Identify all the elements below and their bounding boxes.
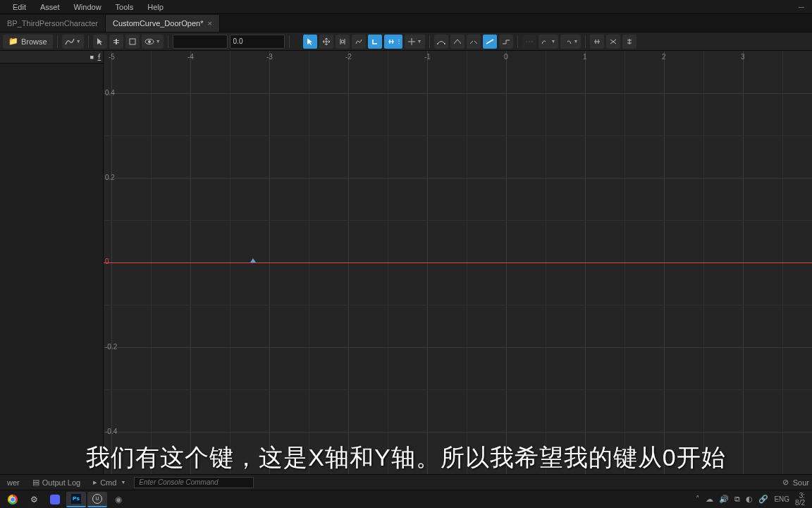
- taskbar-discord[interactable]: [45, 492, 65, 507]
- selection-tool[interactable]: [93, 35, 107, 49]
- svg-point-8: [444, 43, 445, 44]
- browse-label: Browse: [21, 37, 47, 46]
- taskbar-app1[interactable]: ⚙: [24, 492, 44, 507]
- svg-point-5: [148, 40, 151, 43]
- svg-rect-2: [116, 39, 117, 44]
- taskbar-photoshop[interactable]: Ps: [66, 492, 86, 507]
- filter-icon[interactable]: f̲: [98, 54, 100, 61]
- console-command-input[interactable]: [134, 477, 254, 488]
- time-align-button[interactable]: [336, 35, 350, 49]
- interp-linear-button[interactable]: [483, 35, 497, 49]
- menu-tools[interactable]: Tools: [109, 3, 141, 11]
- menu-edit[interactable]: Edit: [6, 3, 33, 11]
- interp-cubic-user-button[interactable]: [450, 35, 465, 49]
- frame-button[interactable]: [125, 35, 140, 49]
- tab-label: CustomCurve_DoorOpen*: [113, 19, 203, 28]
- snap-time-button[interactable]: [368, 35, 382, 49]
- curve-editor-toolbar: 📁 Browse ▼ ▼ ⋮ ▼: [0, 32, 812, 51]
- taskbar-unreal[interactable]: U: [87, 492, 107, 507]
- x-tick-m4: -4: [187, 53, 194, 61]
- chevron-down-icon: ▼: [121, 480, 125, 485]
- window-minimize[interactable]: ─: [791, 0, 812, 14]
- snap-value-button[interactable]: ⋮: [384, 35, 402, 49]
- interp-cubic-auto-button[interactable]: [434, 35, 448, 49]
- x-tick-m3: -3: [266, 53, 273, 61]
- tab-bp-character[interactable]: BP_ThirdPersonCharacter: [0, 15, 106, 32]
- photoshop-icon: Ps: [71, 494, 81, 504]
- straighten-button[interactable]: [606, 35, 620, 49]
- curve-list-header: ■ f̲: [0, 51, 103, 64]
- transform-mode-button[interactable]: [319, 35, 333, 49]
- curve-key[interactable]: [250, 258, 256, 262]
- value-input[interactable]: [230, 35, 285, 49]
- pin-icon[interactable]: ■: [90, 54, 94, 61]
- menu-asset[interactable]: Asset: [33, 3, 67, 11]
- main-content: ■ f̲ -5 -4 -3 -2 -1 0 1 2 3 0.4: [0, 51, 812, 474]
- tab-custom-curve[interactable]: CustomCurve_DoorOpen* ×: [106, 15, 220, 32]
- output-log-tab[interactable]: ▤ Output Log: [28, 478, 85, 487]
- windows-taskbar: ⚙ Ps U ◉ ˄ ☁ 🔊 ⧉ ◐ 🔗 ENG 3: 8/2: [0, 490, 812, 508]
- obs-icon: ◉: [115, 495, 122, 504]
- tray-date[interactable]: 8/2: [795, 500, 805, 507]
- y-tick-p02: 0.2: [105, 174, 115, 181]
- warning-icon[interactable]: ⊘: [782, 478, 789, 487]
- flatten-button[interactable]: [590, 35, 604, 49]
- x-tick-1: 1: [583, 53, 587, 61]
- tray-link-icon[interactable]: 🔗: [758, 495, 768, 504]
- discord-icon: [50, 495, 60, 504]
- chrome-icon: [8, 495, 18, 504]
- chevron-down-icon: ▼: [76, 39, 81, 44]
- menu-bar: Edit Asset Window Tools Help ─: [0, 0, 812, 14]
- folder-icon: 📁: [8, 37, 18, 46]
- browse-button[interactable]: 📁 Browse: [3, 35, 53, 49]
- menu-window[interactable]: Window: [66, 3, 108, 11]
- y-tick-m02: -0.2: [105, 343, 117, 351]
- snap-grid-dropdown[interactable]: ▼: [405, 35, 425, 49]
- curve-line[interactable]: [104, 262, 812, 263]
- x-tick-m5: -5: [109, 53, 115, 61]
- tab-bar: BP_ThirdPersonCharacter CustomCurve_Door…: [0, 14, 812, 32]
- tray-cloud-icon[interactable]: ☁: [706, 495, 713, 504]
- cmd-dropdown[interactable]: ▸ Cmd ▼: [89, 478, 130, 487]
- menu-help[interactable]: Help: [140, 3, 171, 11]
- y-zero-label: 0: [105, 258, 109, 265]
- tray-language[interactable]: ENG: [774, 495, 789, 503]
- x-tick-2: 2: [662, 53, 666, 61]
- svg-point-6: [341, 40, 344, 43]
- x-tick-0: 0: [504, 53, 508, 61]
- tray-nvidia-icon[interactable]: ◐: [746, 495, 753, 504]
- chevron-down-icon: ▼: [156, 39, 161, 44]
- x-tick-m2: -2: [345, 53, 352, 61]
- pre-infinity-dropdown[interactable]: ▼: [539, 35, 559, 49]
- status-bar: wer ▤ Output Log ▸ Cmd ▼ ⊘ Sour: [0, 474, 812, 490]
- gear-icon: ⚙: [30, 495, 38, 504]
- tray-expand-icon[interactable]: ˄: [696, 495, 700, 504]
- unreal-icon: U: [92, 494, 102, 504]
- filter-button[interactable]: [622, 35, 636, 49]
- weighted-tangent-button[interactable]: [522, 35, 536, 49]
- taskbar-obs[interactable]: ◉: [109, 492, 128, 507]
- time-snap-button[interactable]: [109, 35, 123, 49]
- interp-cubic-break-button[interactable]: [467, 35, 481, 49]
- y-tick-m04: -0.4: [105, 428, 117, 435]
- svg-rect-3: [130, 39, 135, 44]
- tray-time[interactable]: 3:: [795, 492, 805, 500]
- tab-close-icon[interactable]: ×: [207, 19, 211, 28]
- time-input[interactable]: [173, 35, 228, 49]
- visibility-dropdown[interactable]: ▼: [142, 35, 164, 49]
- value-normalize-button[interactable]: [352, 35, 366, 49]
- select-mode-button[interactable]: [303, 35, 317, 49]
- curve-graph-canvas[interactable]: -5 -4 -3 -2 -1 0 1 2 3 0.4 0.2 -0.2 -0.4…: [104, 51, 812, 474]
- tray-network-icon[interactable]: ⧉: [734, 495, 740, 504]
- tray-volume-icon[interactable]: 🔊: [719, 495, 729, 504]
- y-tick-p04: 0.4: [105, 89, 115, 97]
- curve-type-dropdown[interactable]: ▼: [62, 35, 84, 49]
- taskbar-chrome[interactable]: [3, 492, 23, 507]
- svg-point-7: [437, 43, 438, 44]
- interp-constant-button[interactable]: [499, 35, 513, 49]
- chevron-down-icon: ▼: [573, 39, 578, 44]
- source-control-label[interactable]: Sour: [793, 478, 809, 487]
- post-infinity-dropdown[interactable]: ▼: [560, 35, 581, 49]
- content-drawer-tab[interactable]: wer: [3, 478, 24, 487]
- x-tick-3: 3: [741, 53, 745, 61]
